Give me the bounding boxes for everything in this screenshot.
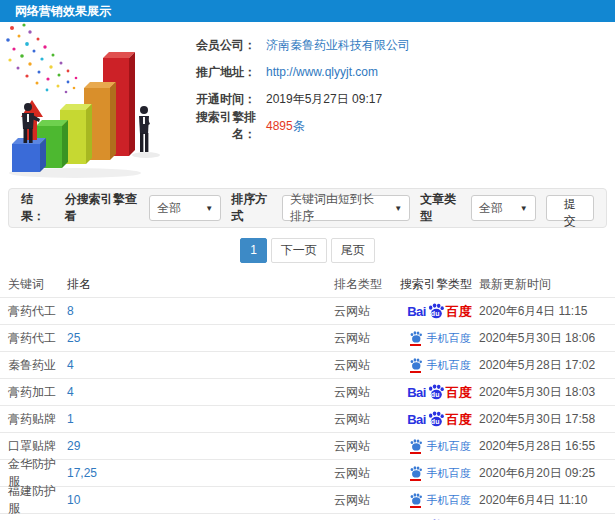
- rank-link[interactable]: 17,25: [67, 466, 334, 480]
- submit-button[interactable]: 提交: [546, 195, 594, 221]
- table-header-row: 关键词 排名 排名类型 搜索引擎类型 最新更新时间: [0, 272, 615, 298]
- rank-link[interactable]: 29: [67, 439, 334, 453]
- last-page-button[interactable]: 尾页: [331, 238, 375, 263]
- keyword-cell: 膏药加工: [0, 384, 67, 401]
- pagination: 1 下一页 尾页: [0, 228, 615, 272]
- rank-type-cell: 云网站: [334, 465, 400, 482]
- header-rank-type: 排名类型: [334, 276, 400, 293]
- table-row[interactable]: Bai du 百度: [0, 514, 615, 520]
- next-page-button[interactable]: 下一页: [271, 238, 327, 263]
- article-type-select[interactable]: 全部 ▼: [471, 195, 536, 221]
- baidu-mobile-logo: 手机百度: [409, 439, 471, 453]
- baidu-paw-icon: du: [427, 384, 445, 400]
- promo-url-label: 推广地址：: [178, 64, 256, 81]
- engine-cell: 手机百度: [400, 331, 479, 345]
- baidu-pc-logo: Bai du 百度: [407, 411, 472, 427]
- engine-cell: Bai du 百度: [400, 303, 479, 319]
- keyword-cell: 福建防护服: [0, 483, 67, 517]
- engine-cell: Bai du 百度: [400, 384, 479, 400]
- rank-link[interactable]: 1: [67, 412, 334, 426]
- baidu-paw-icon: du: [427, 411, 445, 427]
- rank-link[interactable]: 8: [67, 304, 334, 318]
- baidu-paw-icon: du: [427, 303, 445, 319]
- table-row[interactable]: 福建防护服 10 云网站 手机百度 2020年6月4日 11:10: [0, 487, 615, 514]
- rank-type-cell: 云网站: [334, 411, 400, 428]
- baidu-pc-logo: Bai du 百度: [407, 303, 472, 319]
- table-row[interactable]: 膏药加工 4 云网站 Bai du 百度 2020年5月30日 18:03: [0, 379, 615, 406]
- update-time-cell: 2020年6月4日 11:15: [479, 303, 615, 320]
- table-row[interactable]: 口罩贴牌 29 云网站 手机百度 2020年5月28日 16:55: [0, 433, 615, 460]
- rank-link[interactable]: 4: [67, 385, 334, 399]
- engine-cell: 手机百度: [400, 466, 479, 480]
- table-row[interactable]: 膏药代工 25 云网站 手机百度 2020年5月30日 18:06: [0, 325, 615, 352]
- table-row[interactable]: 膏药代工 8 云网站 Bai du 百度 2020年6月4日 11:15: [0, 298, 615, 325]
- rank-link[interactable]: 25: [67, 331, 334, 345]
- page-1-button[interactable]: 1: [240, 238, 267, 263]
- baidu-paw-icon: [409, 358, 423, 372]
- chevron-down-icon: ▼: [520, 204, 528, 213]
- promo-url-link[interactable]: http://www.qlyyjt.com: [266, 65, 378, 79]
- update-time-cell: 2020年5月30日 18:03: [479, 384, 615, 401]
- baidu-red-underline: [410, 452, 421, 454]
- account-info-section: 会员公司： 济南秦鲁药业科技有限公司 推广地址： http://www.qlyy…: [0, 22, 615, 186]
- growth-chart-illustration: [0, 22, 178, 182]
- table-row[interactable]: 膏药贴牌 1 云网站 Bai du 百度 2020年5月30日 17:58: [0, 406, 615, 433]
- rank-link[interactable]: 4: [67, 358, 334, 372]
- chevron-down-icon: ▼: [205, 204, 213, 213]
- baidu-mobile-logo: 手机百度: [409, 466, 471, 480]
- engine-rank-unit: 条: [293, 118, 305, 135]
- open-time-row: 开通时间： 2019年5月27日 09:17: [178, 89, 410, 109]
- engine-cell: 手机百度: [400, 493, 479, 507]
- result-filter-panel: 结果： 分搜索引擎查看 全部 ▼ 排序方式 关键词由短到长排序 ▼ 文章类型 全…: [8, 188, 607, 228]
- baidu-red-underline: [410, 371, 421, 373]
- sort-filter-label: 排序方式: [231, 191, 276, 225]
- header-keyword: 关键词: [0, 276, 67, 293]
- rank-type-cell: 云网站: [334, 384, 400, 401]
- engine-filter-select[interactable]: 全部 ▼: [149, 195, 221, 221]
- keyword-cell: 膏药代工: [0, 303, 67, 320]
- engine-filter-label: 分搜索引擎查看: [65, 191, 143, 225]
- keyword-cell: 口罩贴牌: [0, 438, 67, 455]
- table-row[interactable]: 秦鲁药业 4 云网站 手机百度 2020年5月28日 17:02: [0, 352, 615, 379]
- engine-cell: 手机百度: [400, 358, 479, 372]
- sort-order-select[interactable]: 关键词由短到长排序 ▼: [282, 195, 410, 221]
- member-company-row: 会员公司： 济南秦鲁药业科技有限公司: [178, 35, 410, 55]
- engine-cell: Bai du 百度: [400, 411, 479, 427]
- baidu-paw-icon: [409, 466, 423, 480]
- member-company-label: 会员公司：: [178, 37, 256, 54]
- baidu-mobile-logo: 手机百度: [409, 331, 471, 345]
- promo-url-row: 推广地址： http://www.qlyyjt.com: [178, 62, 410, 82]
- baidu-red-underline: [410, 506, 421, 508]
- result-section-label: 结果：: [21, 191, 55, 225]
- rank-type-cell: 云网站: [334, 330, 400, 347]
- keyword-cell: 膏药贴牌: [0, 411, 67, 428]
- page-title: 网络营销效果展示: [15, 3, 111, 20]
- member-company-link[interactable]: 济南秦鲁药业科技有限公司: [266, 37, 410, 54]
- header-rank: 排名: [67, 276, 334, 293]
- rank-type-cell: 云网站: [334, 303, 400, 320]
- update-time-cell: 2020年5月28日 17:02: [479, 357, 615, 374]
- baidu-paw-icon: [409, 493, 423, 507]
- keyword-ranking-table: 关键词 排名 排名类型 搜索引擎类型 最新更新时间 膏药代工 8 云网站 Bai…: [0, 272, 615, 520]
- engine-cell: 手机百度: [400, 439, 479, 453]
- engine-rank-label: 搜索引擎排名：: [178, 109, 256, 143]
- window-title-bar: 网络营销效果展示: [0, 0, 615, 22]
- table-row[interactable]: 金华防护服 17,25 云网站 手机百度 2020年6月20日 09:25: [0, 460, 615, 487]
- engine-rank-row: 搜索引擎排名： 4895 条: [178, 116, 410, 136]
- update-time-cell: 2020年5月30日 18:06: [479, 330, 615, 347]
- baidu-paw-icon: [409, 331, 423, 345]
- update-time-cell: 2020年5月28日 16:55: [479, 438, 615, 455]
- header-update-time: 最新更新时间: [479, 276, 615, 293]
- rank-link[interactable]: 10: [67, 493, 334, 507]
- header-engine-type: 搜索引擎类型: [400, 276, 479, 293]
- rank-type-cell: 云网站: [334, 357, 400, 374]
- keyword-cell: 秦鲁药业: [0, 357, 67, 374]
- update-time-cell: 2020年5月30日 17:58: [479, 411, 615, 428]
- account-info-list: 会员公司： 济南秦鲁药业科技有限公司 推广地址： http://www.qlyy…: [178, 22, 410, 186]
- chevron-down-icon: ▼: [394, 204, 402, 213]
- update-time-cell: 2020年6月20日 09:25: [479, 465, 615, 482]
- rank-type-cell: 云网站: [334, 438, 400, 455]
- article-type-label: 文章类型: [420, 191, 465, 225]
- baidu-mobile-logo: 手机百度: [409, 493, 471, 507]
- bar-chart-clipart-image: [0, 22, 178, 182]
